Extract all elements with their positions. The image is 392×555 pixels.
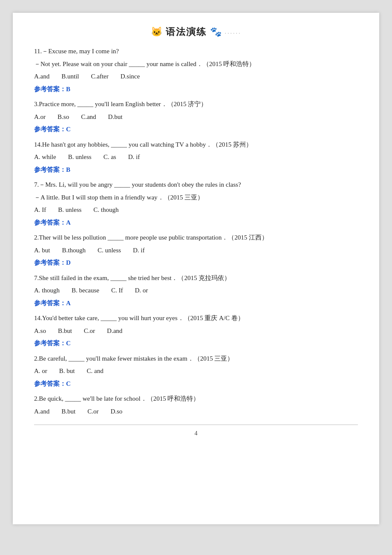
option-item[interactable]: A. but <box>34 245 50 256</box>
question-text: 14.He hasn't got any hobbies, _____ you … <box>34 139 358 150</box>
option-item[interactable]: A. though <box>34 285 60 296</box>
option-item[interactable]: C.or <box>87 406 98 417</box>
question-block: 7.She still failed in the exam, _____ sh… <box>34 273 358 309</box>
question-text: 7.－Mrs. Li, will you be angry _____ your… <box>34 179 358 191</box>
header-deco: ...... <box>225 29 242 35</box>
header-icon-right: 🐾 <box>210 26 222 38</box>
option-item[interactable]: D. or <box>135 285 148 296</box>
option-item[interactable]: A.and <box>34 406 49 417</box>
page: 🐱 语法演练 🐾 ...... 11.－Excuse me, may I com… <box>13 13 379 524</box>
options-row: A. IfB. unlessC. though <box>34 205 358 216</box>
question-text: 14.You'd better take care, _____ you wil… <box>34 313 358 324</box>
question-block: 14.He hasn't got any hobbies, _____ you … <box>34 139 358 176</box>
question-text: 2.Be quick, _____ we'll be late for scho… <box>34 393 358 405</box>
option-item[interactable]: D.since <box>121 71 140 82</box>
options-row: A. whileB. unlessC. asD. if <box>34 152 358 163</box>
option-item[interactable]: B. because <box>72 285 99 296</box>
option-item[interactable]: D.so <box>110 406 122 417</box>
header-icon-left: 🐱 <box>151 26 162 38</box>
question-block: 14.You'd better take care, _____ you wil… <box>34 313 358 349</box>
option-item[interactable]: B. unless <box>68 152 92 163</box>
option-item[interactable]: D.but <box>108 112 123 123</box>
answer-line: 参考答案：B <box>34 84 358 95</box>
answer-line: 参考答案：A <box>34 217 358 228</box>
question-block: 2.Be careful, _____ you'll make fewer mi… <box>34 353 358 390</box>
option-item[interactable]: C. unless <box>98 245 121 256</box>
options-row: A. thoughB. becauseC. IfD. or <box>34 285 358 296</box>
option-item[interactable]: B.until <box>61 71 79 82</box>
option-item[interactable]: B. but <box>59 366 75 377</box>
page-number: 4 <box>34 430 358 437</box>
answer-line: 参考答案：D <box>34 257 358 269</box>
answer-line: 参考答案：C <box>34 338 358 349</box>
option-item[interactable]: A.so <box>34 326 46 337</box>
option-item[interactable]: A. If <box>34 205 46 216</box>
option-item[interactable]: C.after <box>91 71 109 82</box>
question-block: 2.Be quick, _____ we'll be late for scho… <box>34 393 358 417</box>
options-row: A.orB.soC.andD.but <box>34 112 358 123</box>
question-text: 11.－Excuse me, may I come in? <box>34 46 358 57</box>
page-divider <box>34 425 358 425</box>
option-item[interactable]: B.but <box>61 406 75 417</box>
option-item[interactable]: C.or <box>84 326 95 337</box>
option-item[interactable]: B. unless <box>58 205 81 216</box>
questions-container: 11.－Excuse me, may I come in?－Not yet. P… <box>34 46 358 417</box>
answer-line: 参考答案：C <box>34 124 358 135</box>
question-block: 3.Practice more, _____ you'll learn Engl… <box>34 99 358 135</box>
answer-line: 参考答案：B <box>34 165 358 176</box>
answer-line: 参考答案：A <box>34 298 358 309</box>
options-row: A. butB.thoughC. unlessD. if <box>34 245 358 256</box>
question-text: 2.Ther will be less pollution _____ more… <box>34 232 358 243</box>
option-item[interactable]: D. if <box>133 245 145 256</box>
option-item[interactable]: C.and <box>81 112 96 123</box>
options-row: A.andB.untilC.afterD.since <box>34 71 358 82</box>
option-item[interactable]: C. and <box>87 366 104 377</box>
option-item[interactable]: A.and <box>34 71 49 82</box>
option-item[interactable]: B.though <box>62 245 86 256</box>
option-item[interactable]: C. though <box>93 205 118 216</box>
answer-line: 参考答案：C <box>34 379 358 390</box>
option-item[interactable]: C. If <box>111 285 123 296</box>
option-item[interactable]: A.or <box>34 112 46 123</box>
question-text: 7.She still failed in the exam, _____ sh… <box>34 273 358 284</box>
option-item[interactable]: D. if <box>128 152 140 163</box>
question-text: 3.Practice more, _____ you'll learn Engl… <box>34 99 358 110</box>
question-block: 7.－Mrs. Li, will you be angry _____ your… <box>34 179 358 228</box>
option-item[interactable]: D.and <box>107 326 122 337</box>
option-item[interactable]: B.but <box>58 326 72 337</box>
option-item[interactable]: A. while <box>34 152 56 163</box>
question-block: 2.Ther will be less pollution _____ more… <box>34 232 358 269</box>
option-item[interactable]: C. as <box>104 152 116 163</box>
options-row: A.soB.butC.orD.and <box>34 326 358 337</box>
question-block: 11.－Excuse me, may I come in?－Not yet. P… <box>34 46 358 95</box>
question-text: －Not yet. Please wait on your chair ____… <box>34 59 358 70</box>
question-text: －A little. But I will stop them in a fri… <box>34 192 358 203</box>
options-row: A. orB. butC. and <box>34 366 358 377</box>
header-title: 语法演练 <box>166 26 207 38</box>
options-row: A.andB.butC.orD.so <box>34 406 358 417</box>
option-item[interactable]: B.so <box>58 112 69 123</box>
option-item[interactable]: A. or <box>34 366 47 377</box>
question-text: 2.Be careful, _____ you'll make fewer mi… <box>34 353 358 364</box>
page-header: 🐱 语法演练 🐾 ...... <box>34 26 358 38</box>
